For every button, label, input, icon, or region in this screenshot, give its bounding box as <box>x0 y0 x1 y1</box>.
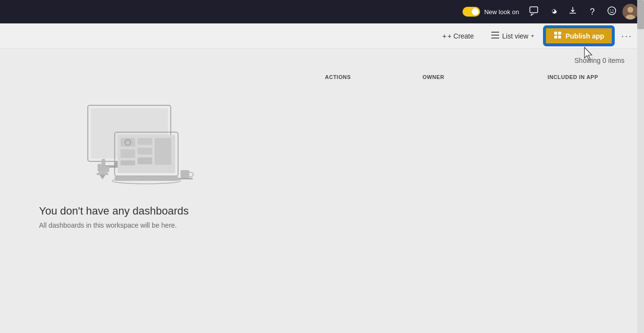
chat-icon <box>529 6 539 18</box>
svg-rect-27 <box>138 157 152 164</box>
svg-rect-13 <box>558 36 561 39</box>
svg-rect-10 <box>554 32 557 35</box>
showing-items-count: Showing 0 items <box>10 49 634 68</box>
svg-rect-0 <box>530 7 538 13</box>
create-label: + Create <box>447 32 474 40</box>
svg-rect-23 <box>121 149 135 158</box>
column-headers: ACTIONS OWNER INCLUDED IN APP <box>10 68 627 86</box>
download-icon-button[interactable] <box>564 3 582 20</box>
svg-point-2 <box>610 9 611 10</box>
avatar[interactable] <box>623 4 638 20</box>
settings-icon-button[interactable] <box>544 3 562 20</box>
publish-app-grid-icon <box>554 31 562 40</box>
list-view-chevron-icon: ▾ <box>531 33 534 39</box>
svg-rect-26 <box>138 148 152 155</box>
toolbar: + + Create List view ▾ Publish app ··· <box>0 23 644 49</box>
owner-column-header: OWNER <box>423 74 520 80</box>
list-view-button[interactable]: List view ▾ <box>484 29 541 43</box>
top-navigation: New look on ? <box>0 0 644 23</box>
empty-illustration <box>39 96 195 193</box>
publish-app-label: Publish app <box>565 32 604 40</box>
scrollbar[interactable] <box>637 0 644 333</box>
new-look-toggle[interactable] <box>463 7 480 17</box>
smiley-icon <box>607 6 617 18</box>
svg-rect-24 <box>121 160 135 165</box>
included-in-app-column-header: INCLUDED IN APP <box>520 74 598 80</box>
list-view-label: List view <box>502 32 528 40</box>
create-plus-icon: + <box>442 32 446 40</box>
empty-state-title: You don't have any dashboards <box>39 205 189 217</box>
settings-icon <box>548 6 558 18</box>
svg-rect-28 <box>155 138 171 165</box>
svg-rect-25 <box>138 138 152 145</box>
more-options-icon: ··· <box>621 30 632 41</box>
svg-rect-36 <box>178 178 193 179</box>
scrollbar-thumb[interactable] <box>637 0 644 29</box>
smiley-icon-button[interactable] <box>603 3 621 20</box>
svg-rect-21 <box>115 176 178 181</box>
svg-rect-35 <box>181 170 189 178</box>
list-icon <box>491 32 499 40</box>
empty-state: You don't have any dashboards All dashbo… <box>10 86 634 239</box>
svg-rect-7 <box>491 32 499 33</box>
create-button[interactable]: + + Create <box>435 29 481 43</box>
svg-point-5 <box>627 7 633 13</box>
publish-app-button[interactable]: Publish app <box>544 27 613 45</box>
svg-rect-8 <box>491 35 499 36</box>
svg-point-3 <box>613 9 614 10</box>
help-icon: ? <box>590 7 595 17</box>
svg-rect-12 <box>554 36 557 39</box>
actions-column-header: ACTIONS <box>325 74 423 80</box>
svg-rect-9 <box>491 38 499 39</box>
svg-rect-34 <box>97 173 108 175</box>
download-icon <box>568 6 578 18</box>
new-look-label: New look on <box>484 8 519 16</box>
svg-rect-11 <box>558 32 561 35</box>
help-icon-button[interactable]: ? <box>584 3 601 20</box>
empty-state-subtitle: All dashboards in this workspace will be… <box>39 221 177 229</box>
svg-rect-31 <box>98 164 101 172</box>
new-look-toggle-area: New look on <box>463 7 519 17</box>
chat-icon-button[interactable] <box>525 3 543 20</box>
svg-point-1 <box>608 7 616 15</box>
more-options-button[interactable]: ··· <box>617 28 636 43</box>
main-content: Showing 0 items ACTIONS OWNER INCLUDED I… <box>0 49 644 333</box>
